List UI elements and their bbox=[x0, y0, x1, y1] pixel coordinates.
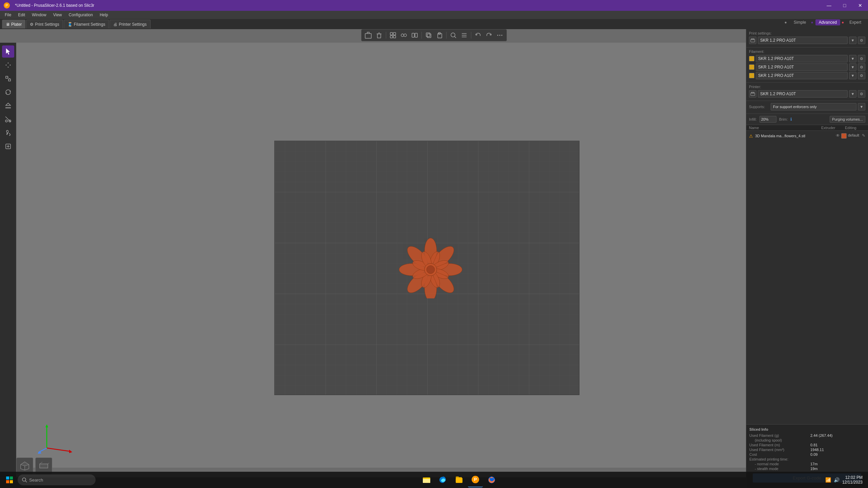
redo-button[interactable] bbox=[484, 30, 494, 40]
menu-edit[interactable]: Edit bbox=[15, 12, 28, 18]
used-filament-mm-row: Used Filament (m) 0.81 bbox=[749, 443, 865, 447]
object-eye-icon[interactable]: 👁 bbox=[836, 133, 840, 139]
filament-1-settings[interactable]: ⚙ bbox=[858, 55, 865, 62]
object-item-1[interactable]: ⚠ 3D Mandala ma...flowers_4.stl 👁 defaul… bbox=[746, 132, 868, 140]
filament-color-2[interactable] bbox=[749, 64, 754, 70]
mode-advanced[interactable]: Advanced bbox=[815, 19, 840, 25]
tab-plater[interactable]: 🖥 Plater bbox=[2, 20, 25, 28]
start-button[interactable] bbox=[3, 473, 16, 487]
support-tool[interactable] bbox=[2, 140, 14, 152]
object-edit-icon[interactable]: ✎ bbox=[862, 133, 865, 139]
filament-input-2[interactable] bbox=[756, 63, 848, 71]
select-tool[interactable] bbox=[2, 45, 14, 58]
copy-button[interactable] bbox=[424, 30, 433, 40]
clock-time: 12:02 PM bbox=[842, 475, 863, 480]
layers-button[interactable] bbox=[459, 30, 469, 40]
tab-filament-settings[interactable]: 🧵 Filament Settings bbox=[64, 20, 109, 28]
tab-printer-settings[interactable]: 🖨 Printer Settings bbox=[110, 20, 150, 28]
filament-2-settings[interactable]: ⚙ bbox=[858, 63, 865, 71]
3d-model[interactable] bbox=[393, 238, 468, 299]
printer-profile-row: SKR 1.2 PRO A10T ▼ ⚙ bbox=[749, 37, 865, 44]
filament-color-3[interactable] bbox=[749, 73, 754, 78]
svg-rect-88 bbox=[423, 479, 430, 483]
toolbar-sep-1 bbox=[386, 32, 386, 39]
printer-profile-settings[interactable]: ⚙ bbox=[858, 37, 865, 44]
supports-input[interactable]: For support enforcers only bbox=[771, 103, 856, 110]
object-list: ⚠ 3D Mandala ma...flowers_4.stl 👁 defaul… bbox=[746, 131, 868, 141]
maximize-button[interactable]: □ bbox=[837, 0, 852, 11]
taskbar-app-files[interactable] bbox=[452, 472, 467, 487]
add-object-button[interactable] bbox=[363, 30, 373, 40]
mode-simple[interactable]: Simple bbox=[790, 19, 810, 25]
tray-clock[interactable]: 12:02 PM 12/11/2023 bbox=[842, 475, 863, 485]
printer-menu[interactable]: ▼ bbox=[849, 90, 856, 98]
supports-menu[interactable]: ▼ bbox=[858, 103, 865, 110]
svg-rect-8 bbox=[390, 36, 393, 38]
svg-rect-82 bbox=[10, 476, 13, 480]
minimize-button[interactable]: — bbox=[821, 0, 837, 11]
filament-input-1[interactable] bbox=[756, 55, 848, 62]
menu-window[interactable]: Window bbox=[28, 12, 50, 18]
filament-input-3[interactable] bbox=[756, 72, 848, 79]
filament-3-menu[interactable]: ▼ bbox=[849, 72, 856, 79]
more-button[interactable] bbox=[495, 30, 505, 40]
filament-color-1[interactable] bbox=[749, 56, 754, 61]
used-filament-mm3-value: 1948.11 bbox=[810, 448, 824, 452]
svg-point-25 bbox=[501, 35, 502, 36]
scale-tool[interactable] bbox=[2, 73, 14, 85]
delete-button[interactable] bbox=[374, 30, 384, 40]
menu-help[interactable]: Help bbox=[96, 12, 112, 18]
arrange-button[interactable] bbox=[388, 30, 398, 40]
tray-network-icon[interactable]: 📶 bbox=[825, 477, 831, 483]
filament-3-settings[interactable]: ⚙ bbox=[858, 72, 865, 79]
svg-rect-84 bbox=[10, 480, 13, 483]
printer-input[interactable]: SKR 1.2 PRO A10T bbox=[758, 90, 848, 98]
split-objects-button[interactable] bbox=[399, 30, 409, 40]
menu-view[interactable]: View bbox=[50, 12, 65, 18]
paste-button[interactable] bbox=[435, 30, 444, 40]
tab-print-settings[interactable]: ⚙ Print Settings bbox=[26, 20, 63, 28]
taskbar-search-label: Search bbox=[29, 477, 43, 483]
svg-rect-12 bbox=[412, 33, 414, 37]
supports-label: Supports: bbox=[749, 105, 769, 109]
undo-button[interactable] bbox=[473, 30, 483, 40]
place-on-face-tool[interactable] bbox=[2, 100, 14, 112]
rotate-tool[interactable] bbox=[2, 86, 14, 98]
object-color-chip[interactable] bbox=[841, 133, 847, 139]
taskbar-app-explorer[interactable] bbox=[419, 472, 434, 487]
printer-profile-input[interactable]: SKR 1.2 PRO A10T bbox=[758, 37, 848, 44]
menu-configuration[interactable]: Configuration bbox=[65, 12, 96, 18]
svg-line-19 bbox=[455, 37, 456, 38]
taskbar-app-edge[interactable] bbox=[435, 472, 450, 487]
col-name-header: Name bbox=[749, 126, 821, 130]
printer-label: Printer: bbox=[749, 85, 865, 89]
infill-input[interactable]: 20% bbox=[760, 116, 776, 123]
brim-info[interactable]: ℹ bbox=[790, 117, 792, 122]
printer-settings-btn[interactable]: ⚙ bbox=[858, 90, 865, 98]
printer-profile-menu[interactable]: ▼ bbox=[849, 37, 856, 44]
split-parts-button[interactable] bbox=[410, 30, 419, 40]
tray-volume-icon[interactable]: 🔊 bbox=[834, 477, 840, 483]
taskbar-search[interactable]: Search bbox=[18, 474, 96, 485]
purging-volumes-button[interactable]: Purging volumes... bbox=[830, 116, 865, 123]
printer-profile-icon bbox=[749, 37, 756, 44]
warning-icon: ⚠ bbox=[749, 134, 753, 139]
paint-tool[interactable] bbox=[2, 127, 14, 139]
svg-rect-9 bbox=[393, 36, 396, 38]
filament-1-menu[interactable]: ▼ bbox=[849, 55, 856, 62]
close-button[interactable]: ✕ bbox=[852, 0, 868, 11]
normal-mode-value: 17m bbox=[810, 462, 817, 466]
toolbar-tabs: 🖥 Plater ⚙ Print Settings 🧵 Filament Set… bbox=[0, 19, 868, 29]
zoom-button[interactable] bbox=[449, 30, 458, 40]
taskbar-app-firefox[interactable] bbox=[484, 472, 499, 487]
infill-row: Infill: 20% Brim: ℹ Purging volumes... bbox=[749, 116, 865, 123]
menu-file[interactable]: File bbox=[1, 12, 15, 18]
viewport[interactable] bbox=[16, 43, 746, 468]
cut-tool[interactable] bbox=[2, 113, 14, 125]
mode-expert[interactable]: Expert bbox=[846, 19, 865, 25]
normal-mode-label: - normal mode bbox=[749, 462, 810, 466]
filament-2-menu[interactable]: ▼ bbox=[849, 63, 856, 71]
object-name-1: 3D Mandala ma...flowers_4.stl bbox=[755, 134, 834, 138]
taskbar-app-prusaslicer[interactable]: P bbox=[468, 472, 483, 487]
move-tool[interactable] bbox=[2, 59, 14, 71]
